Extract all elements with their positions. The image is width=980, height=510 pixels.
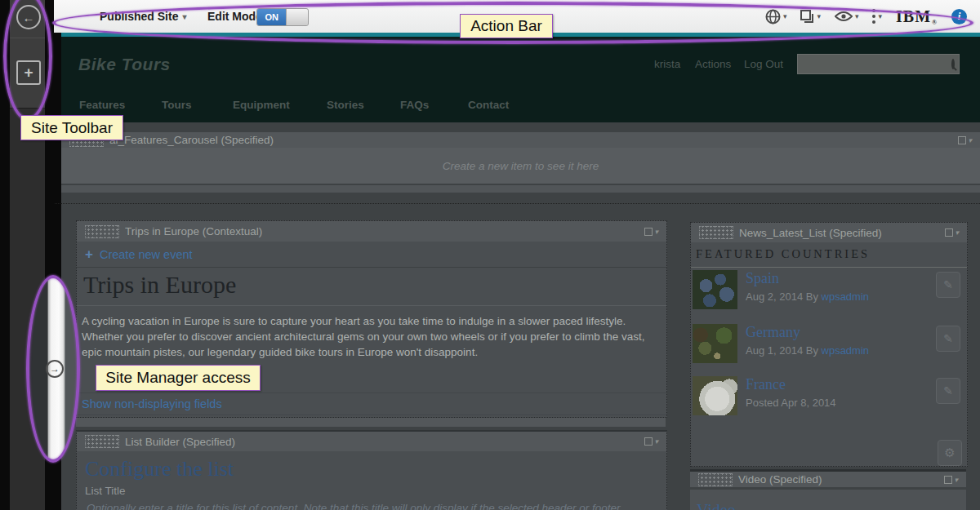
nav-faqs[interactable]: FAQs <box>400 99 429 111</box>
list-builder-portlet: List Builder (Specified) ▾ Configure the… <box>76 430 667 510</box>
nav-stories[interactable]: Stories <box>327 99 364 111</box>
trips-portlet: Trips in Europe (Contextual) ▾ + Create … <box>76 220 667 418</box>
portlet-menu-icon[interactable]: ▾ <box>958 136 972 144</box>
news-item-spain: Spain Aug 2, 2014 By wpsadmin ✎ <box>693 270 964 316</box>
germany-thumbnail <box>693 324 737 363</box>
list-builder-header: List Builder (Specified) ▾ <box>77 432 666 451</box>
published-site-label: Published Site <box>100 10 178 23</box>
carousel-empty-text: Create a new item to see it here <box>443 160 599 172</box>
drag-handle-icon[interactable] <box>699 226 733 239</box>
more-menu[interactable]: ▾ <box>872 9 882 24</box>
video-portlet-title: Video (Specified) <box>738 473 822 486</box>
trips-spacer <box>77 363 666 392</box>
news-item-title[interactable]: Spain <box>746 270 779 287</box>
search-icon[interactable] <box>951 59 955 69</box>
ibm-logo: IBM ® <box>896 7 938 26</box>
video-portlet-body: Video <box>690 490 966 510</box>
pages-menu[interactable]: ▾ <box>800 10 821 24</box>
eye-icon <box>835 11 853 22</box>
action-bar: Published Site ▾ Edit Mode: ON ▾ <box>54 0 980 33</box>
drag-handle-icon[interactable] <box>698 473 733 486</box>
news-item-meta: Aug 2, 2014 By wpsadmin <box>746 290 869 303</box>
chevron-down-icon: ▾ <box>182 12 186 21</box>
toolbar-divider <box>10 38 45 38</box>
search-box <box>797 54 960 74</box>
site-toolbar: ← + <box>10 0 45 510</box>
info-icon[interactable]: i <box>951 9 967 24</box>
nav-equipment[interactable]: Equipment <box>233 99 290 111</box>
author-link[interactable]: wpsadmin <box>822 290 870 303</box>
actions-link[interactable]: Actions <box>695 58 731 70</box>
video-heading: Video <box>690 490 966 510</box>
site-title: Bike Tours <box>78 55 171 74</box>
news-item-title[interactable]: Germany <box>746 324 800 341</box>
plus-icon: + <box>85 246 93 263</box>
list-builder-title: List Builder (Specified) <box>125 436 235 448</box>
portlet-menu-icon[interactable]: ▾ <box>644 437 658 446</box>
kebab-icon <box>872 9 875 24</box>
screen: ← + Published Site ▾ Edit Mode: ON <box>0 0 980 510</box>
locale-menu[interactable]: ▾ <box>765 9 787 24</box>
france-thumbnail <box>693 376 737 415</box>
published-site-dropdown[interactable]: Published Site ▾ <box>100 0 187 33</box>
chevron-down-icon: ▾ <box>855 12 859 20</box>
page-body: al_Features_Carousel (Specified) ▾ Creat… <box>61 122 980 510</box>
carousel-portlet-body: Create a new item to see it here <box>61 148 980 184</box>
user-link[interactable]: krista <box>654 58 680 70</box>
action-bar-tools: ▾ ▾ ▾ <box>765 0 967 33</box>
news-item-title[interactable]: France <box>746 376 786 393</box>
open-site-manager-icon[interactable]: → <box>46 360 64 378</box>
news-item-date: Posted Apr 8, 2014 <box>746 397 836 409</box>
chevron-down-icon: ▾ <box>783 12 787 20</box>
toggle-knob[interactable] <box>286 9 308 25</box>
ibm-logo-text: IBM <box>896 7 931 26</box>
portlet-menu-icon[interactable]: ▾ <box>944 476 958 484</box>
pencil-icon[interactable]: ✎ <box>936 326 960 352</box>
news-item-france: France Posted Apr 8, 2014 ✎ <box>693 376 964 422</box>
list-title-hint: Optionally enter a title for this list o… <box>77 499 666 510</box>
spain-thumbnail <box>693 270 737 309</box>
edit-mode-toggle[interactable]: ON <box>256 8 309 26</box>
create-event-link[interactable]: Create new event <box>100 248 193 261</box>
news-item-germany: Germany Aug 1, 2014 By wpsadmin ✎ <box>693 324 964 370</box>
add-page-icon[interactable]: + <box>16 60 41 85</box>
preview-menu[interactable]: ▾ <box>835 11 859 22</box>
nav-contact[interactable]: Contact <box>468 99 509 111</box>
logout-link[interactable]: Log Out <box>744 58 783 70</box>
chevron-down-icon: ▾ <box>817 12 821 20</box>
back-icon[interactable]: ← <box>16 5 41 29</box>
news-item-meta: Posted Apr 8, 2014 <box>746 397 836 409</box>
trips-heading: Trips in Europe <box>77 268 666 306</box>
gear-icon[interactable]: ⚙ <box>938 440 962 466</box>
search-input[interactable] <box>798 55 951 73</box>
carousel-sub-band <box>61 185 980 193</box>
carousel-portlet-header: al_Features_Carousel (Specified) ▾ <box>61 132 980 148</box>
trips-portlet-header: Trips in Europe (Contextual) ▾ <box>77 221 666 242</box>
portlet-menu-icon[interactable]: ▾ <box>945 228 959 237</box>
drag-handle-icon[interactable] <box>69 134 104 147</box>
create-event-row: + Create new event <box>77 242 666 268</box>
nav-tours[interactable]: Tours <box>162 99 192 111</box>
pencil-icon[interactable]: ✎ <box>936 272 960 298</box>
author-link[interactable]: wpsadmin <box>822 344 870 357</box>
toggle-on-label: ON <box>257 9 286 25</box>
portlet-menu-icon[interactable]: ▾ <box>644 228 658 236</box>
list-title-label: List Title <box>77 483 666 499</box>
drag-handle-icon[interactable] <box>85 225 119 238</box>
site-header: Bike Tours krista Actions Log Out Featur… <box>61 37 980 124</box>
show-fields-link[interactable]: Show non-displaying fields <box>82 397 222 410</box>
news-item-meta: Aug 1, 2014 By wpsadmin <box>746 344 869 357</box>
featured-countries-heading: FEATURED COUNTRIES <box>691 242 967 268</box>
show-fields-row: Show non-displaying fields <box>77 392 666 415</box>
news-item-date: Aug 1, 2014 By <box>746 344 822 357</box>
drag-handle-icon[interactable] <box>85 435 119 448</box>
pencil-icon[interactable]: ✎ <box>936 378 960 404</box>
between-portlets-band <box>76 418 666 427</box>
chevron-down-icon: ▾ <box>878 12 882 20</box>
news-item-date: Aug 2, 2014 By <box>746 290 822 303</box>
news-portlet-title: News_Latest_List (Specified) <box>739 227 882 239</box>
news-portlet: News_Latest_List (Specified) ▾ FEATURED … <box>690 222 968 467</box>
news-portlet-header: News_Latest_List (Specified) ▾ <box>691 223 967 242</box>
nav-features[interactable]: Features <box>79 99 125 111</box>
container-dashed-border <box>55 203 980 204</box>
